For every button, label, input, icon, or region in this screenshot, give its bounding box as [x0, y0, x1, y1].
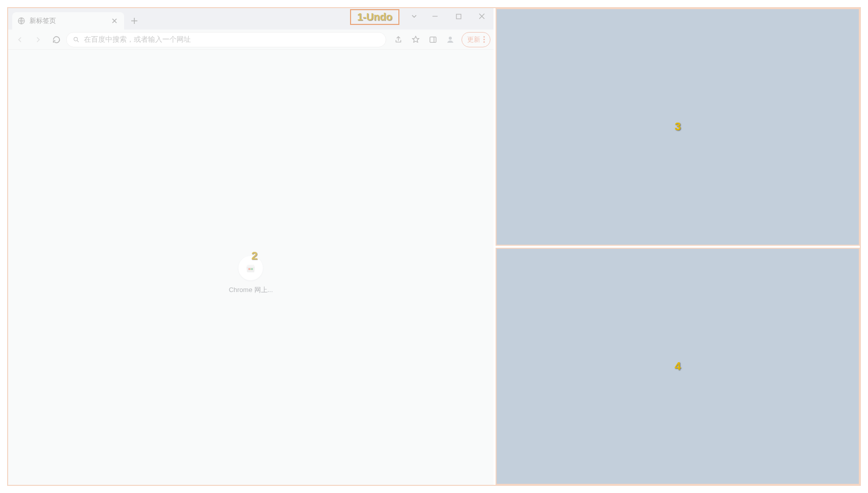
- annotation-number-2: 2: [251, 249, 257, 263]
- annotation-undo-badge: 1-Undo: [350, 9, 399, 25]
- window-controls: [405, 8, 494, 24]
- profile-button[interactable]: [442, 32, 458, 48]
- update-button[interactable]: 更新: [461, 32, 490, 47]
- globe-icon: [17, 17, 25, 25]
- update-label: 更新: [467, 35, 480, 44]
- svg-rect-1: [456, 14, 461, 19]
- close-tab-button[interactable]: [110, 16, 119, 25]
- window-close-button[interactable]: [470, 8, 494, 24]
- svg-point-8: [250, 269, 251, 270]
- back-button[interactable]: [11, 31, 28, 48]
- reload-button[interactable]: [48, 31, 65, 48]
- forward-button[interactable]: [30, 31, 47, 48]
- shortcut-tile[interactable]: Chrome 网上...: [229, 256, 273, 295]
- shortcut-label: Chrome 网上...: [229, 285, 273, 295]
- tab-search-button[interactable]: [405, 8, 423, 24]
- svg-point-4: [449, 37, 452, 40]
- annotation-number-3: 3: [675, 120, 681, 133]
- bookmark-button[interactable]: [408, 32, 424, 48]
- toolbar-right-icons: 更新: [390, 32, 490, 48]
- address-bar-placeholder: 在百度中搜索，或者输入一个网址: [84, 35, 191, 44]
- right-column: 3 4: [496, 8, 860, 485]
- share-button[interactable]: [390, 32, 407, 48]
- panel-4: 4: [496, 248, 860, 485]
- annotation-number-4: 4: [675, 360, 681, 373]
- svg-point-2: [74, 37, 77, 41]
- search-icon: [73, 36, 80, 43]
- new-tab-button[interactable]: [127, 14, 141, 28]
- browser-tab[interactable]: 新标签页: [12, 12, 124, 30]
- webstore-icon: [245, 263, 256, 274]
- address-bar[interactable]: 在百度中搜索，或者输入一个网址: [66, 32, 386, 47]
- svg-point-7: [251, 268, 253, 270]
- shortcut-icon-circle: [239, 256, 263, 280]
- new-tab-content: 2 Chrome 网上...: [8, 50, 494, 485]
- browser-toolbar: 在百度中搜索，或者输入一个网址: [8, 30, 494, 50]
- svg-rect-3: [430, 37, 436, 42]
- side-panel-button[interactable]: [425, 32, 441, 48]
- menu-dots-icon: [483, 36, 485, 43]
- panel-3: 3: [496, 8, 860, 246]
- browser-window: 1-Undo 新标签页: [8, 8, 494, 485]
- browser-titlebar: 新标签页: [8, 8, 494, 30]
- window-maximize-button[interactable]: [447, 8, 470, 24]
- tab-title: 新标签页: [30, 16, 56, 25]
- window-minimize-button[interactable]: [423, 8, 447, 24]
